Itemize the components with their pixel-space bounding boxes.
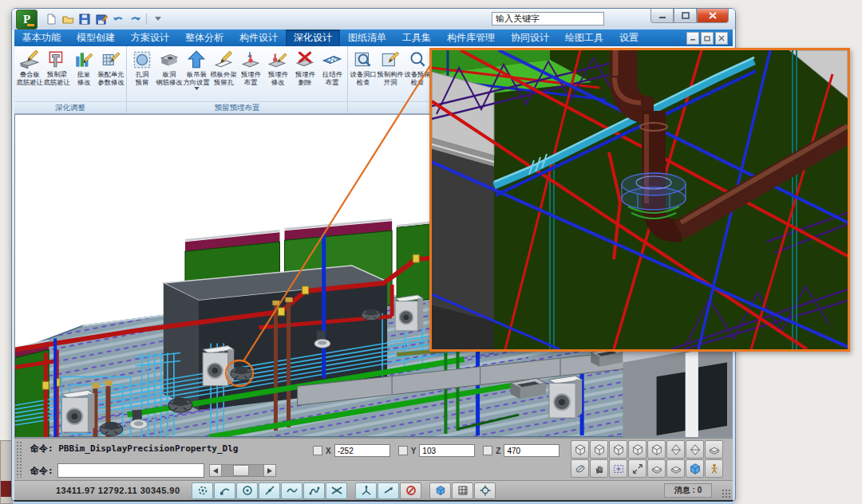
iso-view-icon[interactable] <box>429 482 451 499</box>
mep-reserve-check-button[interactable]: 设备预留 检查 <box>404 48 431 86</box>
mep-opening-check-button[interactable]: 设备洞口 检查 <box>350 48 377 86</box>
ribbon-group-detail-adjust: 叠合板 底筋避让 预制梁 底筋避让 批量 修改 装配单元 参数修改 <box>14 46 127 113</box>
button-label: 设备洞口 <box>350 70 376 77</box>
qat-menu-caret-icon[interactable] <box>151 13 165 26</box>
view-top-button[interactable] <box>571 440 589 459</box>
embed-place-button[interactable]: 预埋件 布置 <box>237 48 264 86</box>
tangent-snap-icon[interactable] <box>281 482 302 499</box>
slab-hoist-direction-button[interactable]: 板吊装 方向设置 <box>183 48 210 90</box>
view-sw-iso-button[interactable] <box>666 440 685 459</box>
precast-beam-rebar-button[interactable]: 预制梁 底筋避让 <box>43 48 70 86</box>
shaded-view-button[interactable] <box>686 459 704 478</box>
direction-snap-icon[interactable] <box>378 482 399 499</box>
command-input[interactable] <box>57 463 204 478</box>
zoom-realtime-button[interactable] <box>571 459 589 478</box>
panel-drag-grip[interactable] <box>16 441 22 478</box>
mep-opening-check-icon <box>353 49 374 70</box>
assembly-unit-params-button[interactable]: 装配单元 参数修改 <box>97 48 125 86</box>
walkthrough-button[interactable] <box>705 459 723 478</box>
close-button[interactable] <box>697 9 729 23</box>
mdi-close-button[interactable] <box>715 32 728 45</box>
mdi-window-controls <box>686 32 728 45</box>
embed-delete-button[interactable]: 预埋件 删除 <box>291 48 318 86</box>
mdi-restore-button[interactable] <box>701 32 714 45</box>
view-next-button[interactable] <box>666 459 685 478</box>
resize-grip[interactable] <box>722 489 731 498</box>
scroll-track[interactable] <box>222 464 263 477</box>
snap-off-icon[interactable] <box>400 482 421 499</box>
assembly-unit-params-icon <box>101 49 121 70</box>
tie-place-button[interactable]: 拉结件 布置 <box>318 48 346 86</box>
x-axis-input[interactable] <box>334 444 390 457</box>
view-prev-button[interactable] <box>647 459 666 478</box>
group-label-reserve-embed: 预留预埋布置 <box>127 101 347 113</box>
new-file-icon[interactable] <box>44 13 58 26</box>
crosshair-toggle-icon[interactable] <box>474 482 496 499</box>
center-snap-icon[interactable] <box>236 482 258 499</box>
mdi-minimize-button[interactable] <box>686 32 699 45</box>
tab-model-creation[interactable]: 模型创建 <box>69 30 123 46</box>
zoom-window-button[interactable] <box>609 459 627 478</box>
view-front-button[interactable] <box>647 440 666 459</box>
intersection-snap-icon[interactable] <box>326 482 347 499</box>
y-axis-input[interactable] <box>419 444 475 457</box>
formwork-hole-icon <box>213 49 234 70</box>
laminated-slab-rebar-button[interactable]: 叠合板 底筋避让 <box>16 48 43 86</box>
scroll-thumb[interactable] <box>233 465 249 476</box>
view-right-button[interactable] <box>628 440 646 459</box>
nearest-snap-icon[interactable] <box>259 482 280 499</box>
minimize-button[interactable] <box>650 9 674 23</box>
z-axis-checkbox[interactable] <box>483 446 492 455</box>
precast-cut-opening-button[interactable]: 预制构件 开洞 <box>377 48 404 86</box>
app-logo-button[interactable]: P <box>16 10 38 30</box>
y-axis-field: Y <box>398 444 476 457</box>
tab-global-analysis[interactable]: 整体分析 <box>177 30 231 46</box>
tab-library-manage[interactable]: 构件库管理 <box>439 30 503 46</box>
undo-icon[interactable] <box>111 13 125 26</box>
tab-component-design[interactable]: 构件设计 <box>231 30 286 46</box>
embed-edit-button[interactable]: 预埋件 修改 <box>264 48 291 86</box>
snap-settings-icon[interactable] <box>192 482 213 499</box>
axis-lock-icon[interactable] <box>355 482 377 499</box>
save-icon[interactable] <box>77 13 92 26</box>
open-file-icon[interactable] <box>61 13 75 26</box>
tab-settings[interactable]: 设置 <box>611 30 646 46</box>
tab-detail-design[interactable]: 深化设计 <box>286 30 340 46</box>
tab-basic-functions[interactable]: 基本功能 <box>14 30 69 46</box>
tab-drawing-tools[interactable]: 绘图工具 <box>557 30 611 46</box>
tab-collaboration[interactable]: 协同设计 <box>503 30 557 46</box>
tab-toolset[interactable]: 工具集 <box>394 30 439 46</box>
search-input[interactable] <box>492 12 604 26</box>
button-label: 方向设置 <box>183 78 209 85</box>
maximize-button[interactable] <box>674 9 697 23</box>
detail-view-canvas <box>432 50 848 349</box>
formwork-hole-button[interactable]: 模板外架 预留孔 <box>210 48 237 86</box>
slab-hole-rebar-button[interactable]: 板洞 钢筋修改 <box>156 48 183 86</box>
button-label: 布置 <box>244 78 258 85</box>
scroll-right-button[interactable] <box>263 464 276 477</box>
save-as-icon[interactable] <box>94 13 109 26</box>
view-se-iso-button[interactable] <box>686 440 704 459</box>
message-counter[interactable]: 消息 : 0 <box>664 483 712 498</box>
scroll-left-button[interactable] <box>209 464 222 477</box>
hole-reserve-button[interactable]: 孔洞 预留 <box>129 48 156 86</box>
button-label: 预制梁 <box>47 70 67 77</box>
zoom-extents-button[interactable] <box>628 459 646 478</box>
view-bottom-button[interactable] <box>590 440 608 459</box>
button-label: 预埋件 <box>268 70 288 77</box>
y-axis-checkbox[interactable] <box>398 446 408 455</box>
tab-label: 深化设计 <box>294 31 332 45</box>
z-axis-input[interactable] <box>504 444 560 457</box>
pan-button[interactable] <box>590 459 608 478</box>
spline-snap-icon[interactable] <box>303 482 325 499</box>
view-left-button[interactable] <box>609 440 627 459</box>
tab-drawing-list[interactable]: 图纸清单 <box>340 30 394 46</box>
x-axis-checkbox[interactable] <box>313 446 322 455</box>
grid-toggle-icon[interactable] <box>452 482 473 499</box>
endpoint-snap-icon[interactable] <box>214 482 235 499</box>
redo-icon[interactable] <box>128 13 142 26</box>
tab-scheme-design[interactable]: 方案设计 <box>123 30 177 46</box>
batch-edit-button[interactable]: 批量 修改 <box>70 48 97 86</box>
quick-access-toolbar <box>44 13 165 26</box>
view-flat-button[interactable] <box>705 440 723 459</box>
